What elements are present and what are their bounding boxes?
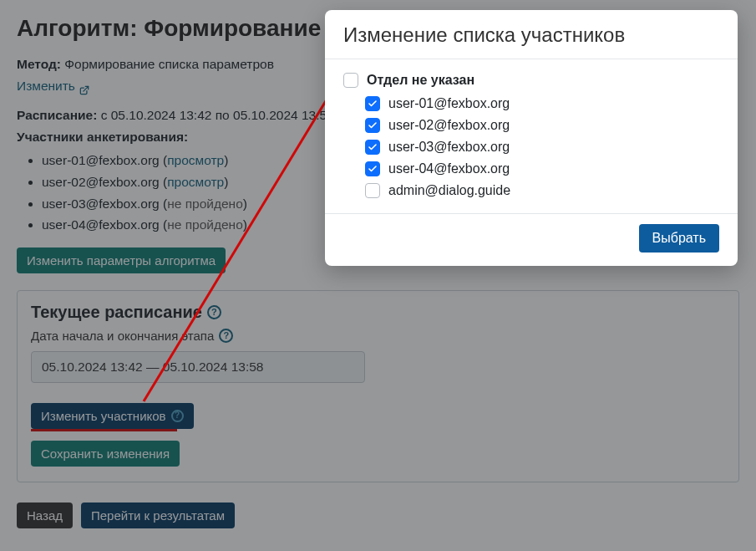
user-checkbox[interactable] [365,161,380,176]
user-tree: Отдел не указан user-01@fexbox.orguser-0… [343,68,719,202]
user-row[interactable]: user-01@fexbox.org [365,93,719,115]
group-row[interactable]: Отдел не указан [343,68,719,93]
user-checkbox[interactable] [365,183,380,198]
user-email: admin@dialog.guide [388,183,510,198]
user-email: user-04@fexbox.org [388,161,510,176]
user-email: user-01@fexbox.org [388,96,510,111]
group-checkbox[interactable] [343,73,358,88]
group-children: user-01@fexbox.orguser-02@fexbox.orguser… [343,93,719,202]
user-row[interactable]: admin@dialog.guide [365,180,719,202]
user-email: user-03@fexbox.org [388,140,510,155]
participants-modal: Изменение списка участников Отдел не ука… [325,10,738,266]
user-row[interactable]: user-03@fexbox.org [365,136,719,158]
modal-header: Изменение списка участников [325,10,738,59]
modal-title: Изменение списка участников [343,23,719,47]
select-button[interactable]: Выбрать [639,224,719,253]
group-label: Отдел не указан [367,73,474,88]
user-checkbox[interactable] [365,96,380,111]
modal-body: Отдел не указан user-01@fexbox.orguser-0… [325,59,738,213]
user-row[interactable]: user-04@fexbox.org [365,158,719,180]
user-checkbox[interactable] [365,140,380,155]
user-row[interactable]: user-02@fexbox.org [365,115,719,136]
modal-footer: Выбрать [325,213,738,266]
user-email: user-02@fexbox.org [388,118,510,133]
user-checkbox[interactable] [365,118,380,133]
